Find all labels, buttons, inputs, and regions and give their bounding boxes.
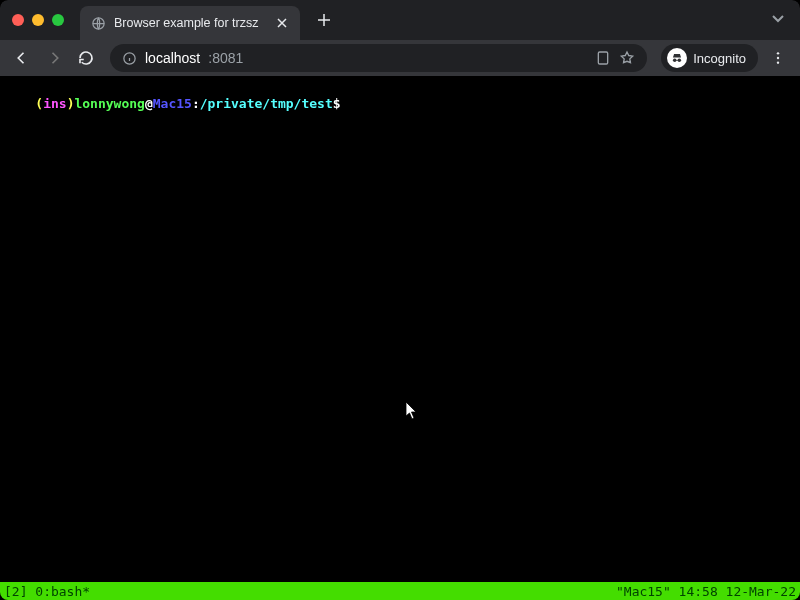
tmux-status-right: "Mac15" 14:58 12-Mar-22	[616, 583, 796, 600]
new-tab-button[interactable]	[310, 6, 338, 34]
window-controls	[12, 14, 64, 26]
chevron-down-icon[interactable]	[770, 10, 786, 30]
browser-menu-button[interactable]	[764, 44, 792, 72]
incognito-label: Incognito	[693, 51, 746, 66]
svg-rect-4	[599, 52, 608, 64]
window-close-button[interactable]	[12, 14, 24, 26]
shell-prompt: (ins)lonnywong@Mac15:/private/tmp/test$	[35, 96, 340, 111]
reload-button[interactable]	[72, 44, 100, 72]
svg-point-7	[678, 59, 682, 63]
install-app-icon[interactable]	[595, 50, 611, 66]
incognito-indicator[interactable]: Incognito	[661, 44, 758, 72]
window-maximize-button[interactable]	[52, 14, 64, 26]
svg-point-10	[777, 61, 779, 63]
window-titlebar: Browser example for trzsz	[0, 0, 800, 40]
globe-icon	[90, 15, 106, 31]
tmux-status-left: [2] 0:bash*	[4, 583, 90, 600]
url-host: localhost	[145, 50, 200, 66]
svg-point-6	[673, 59, 677, 63]
tmux-status-bar: [2] 0:bash* "Mac15" 14:58 12-Mar-22	[0, 582, 800, 600]
url-port: :8081	[208, 50, 243, 66]
bookmark-star-icon[interactable]	[619, 50, 635, 66]
incognito-icon	[667, 48, 687, 68]
browser-toolbar: localhost:8081 Incognito	[0, 40, 800, 76]
svg-point-9	[777, 57, 779, 59]
terminal-output: (ins)lonnywong@Mac15:/private/tmp/test$	[0, 76, 800, 582]
forward-button[interactable]	[40, 44, 68, 72]
back-button[interactable]	[8, 44, 36, 72]
close-tab-icon[interactable]	[274, 15, 290, 31]
browser-tab[interactable]: Browser example for trzsz	[80, 6, 300, 40]
site-info-icon[interactable]	[122, 51, 137, 66]
window-minimize-button[interactable]	[32, 14, 44, 26]
tab-title: Browser example for trzsz	[114, 16, 266, 30]
svg-point-8	[777, 52, 779, 54]
terminal-viewport[interactable]: (ins)lonnywong@Mac15:/private/tmp/test$ …	[0, 76, 800, 600]
address-bar[interactable]: localhost:8081	[110, 44, 647, 72]
